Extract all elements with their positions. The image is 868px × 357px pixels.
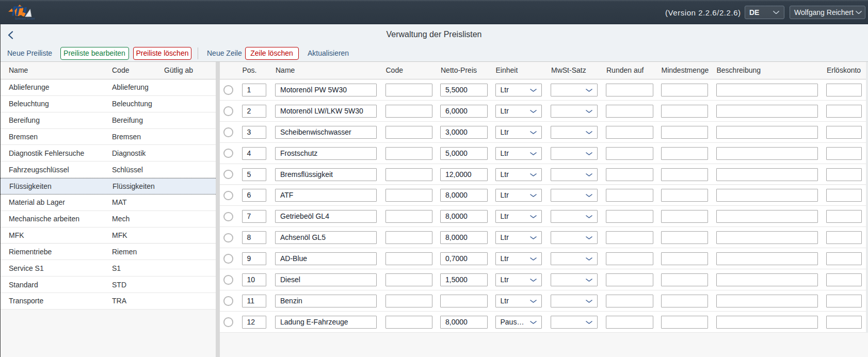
svg-text:Software GmbH: Software GmbH xyxy=(15,17,35,20)
